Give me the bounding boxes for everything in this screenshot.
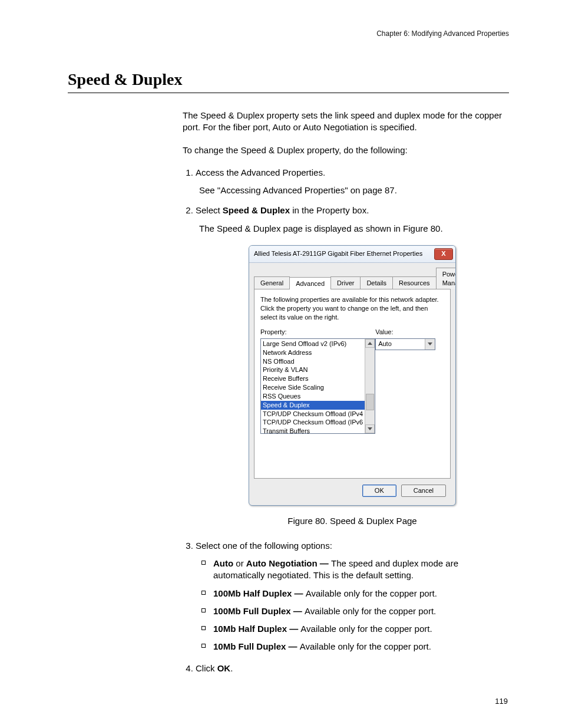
opt-100f-rest: Available only for the copper port. [305, 606, 436, 616]
step-3-text: Select one of the following options: [196, 541, 332, 551]
properties-dialog: Allied Telesis AT-2911GP Gigabit Fiber E… [249, 245, 456, 506]
step-4-bold: OK [217, 663, 231, 673]
page-number: 119 [495, 697, 508, 706]
option-auto: Auto or Auto Negotiation — The speed and… [213, 558, 509, 582]
options-list: Auto or Auto Negotiation — The speed and… [201, 558, 509, 653]
property-column: Property: Large Send Offload v2 (IPv6) N… [260, 328, 375, 434]
scroll-up-button[interactable] [365, 339, 375, 348]
intro-p1: The Speed & Duplex property sets the lin… [183, 110, 509, 134]
step-4: Click OK. [196, 663, 509, 674]
step-1-body: See "Accessing Advanced Properties" on p… [199, 185, 509, 196]
opt-10f-rest: Available only for the copper port. [300, 641, 431, 651]
tab-advanced[interactable]: Advanced [289, 277, 331, 290]
step-2-post: in the Property box. [290, 205, 369, 215]
opt-auto-mid: or [233, 558, 246, 568]
value-label: Value: [375, 328, 393, 337]
step-1-text: Access the Advanced Properties. [196, 167, 325, 177]
step-4-pre: Click [196, 663, 217, 673]
title-rule [68, 93, 509, 93]
step-2-pre: Select [196, 205, 223, 215]
opt-auto-b1: Auto [213, 558, 233, 568]
opt-100f-b: 100Mb Full Duplex — [213, 606, 305, 616]
page: Chapter 6: Modifying Advanced Properties… [0, 0, 562, 728]
list-item[interactable]: TCP/UDP Checksum Offload (IPv4 [261, 410, 365, 419]
list-item[interactable]: Priority & VLAN [261, 365, 365, 374]
tab-driver[interactable]: Driver [330, 276, 361, 289]
list-item[interactable]: Transmit Buffers [261, 427, 365, 434]
advanced-tab-panel: The following properties are available f… [254, 289, 451, 479]
intro-p2: To change the Speed & Duplex property, d… [183, 144, 509, 156]
step-1: Access the Advanced Properties. See "Acc… [196, 167, 509, 197]
running-header: Chapter 6: Modifying Advanced Properties [68, 29, 509, 38]
scroll-thumb[interactable] [366, 394, 374, 410]
property-listbox-items: Large Send Offload v2 (IPv6) Network Add… [261, 339, 365, 433]
opt-10h-rest: Available only for the copper port. [300, 624, 432, 634]
property-label: Property: [260, 328, 375, 337]
step-2-bold: Speed & Duplex [223, 205, 290, 215]
property-row: Property: Large Send Offload v2 (IPv6) N… [260, 328, 444, 434]
panel-description: The following properties are available f… [260, 295, 444, 322]
list-item[interactable]: Large Send Offload v2 (IPv6) [261, 340, 365, 348]
step-2-body: The Speed & Duplex page is displayed as … [199, 223, 509, 235]
list-item[interactable]: Receive Side Scaling [261, 383, 365, 392]
option-10-half: 10Mb Half Duplex — Available only for th… [213, 623, 509, 635]
scroll-down-button[interactable] [365, 424, 375, 433]
chevron-down-icon [368, 427, 372, 430]
dialog-titlebar: Allied Telesis AT-2911GP Gigabit Fiber E… [249, 246, 455, 263]
option-100-half: 100Mb Half Duplex — Available only for t… [213, 588, 509, 599]
tab-resources[interactable]: Resources [392, 276, 437, 289]
scroll-track[interactable] [365, 348, 375, 424]
opt-10f-b: 10Mb Full Duplex — [213, 641, 300, 651]
property-listbox[interactable]: Large Send Offload v2 (IPv6) Network Add… [260, 338, 375, 434]
list-item[interactable]: RSS Queues [261, 392, 365, 401]
value-combobox[interactable]: Auto [375, 338, 435, 350]
option-100-full: 100Mb Full Duplex — Available only for t… [213, 605, 509, 617]
opt-100h-b: 100Mb Half Duplex — [213, 588, 306, 598]
list-item[interactable]: NS Offload [261, 357, 365, 366]
tab-details[interactable]: Details [360, 276, 393, 289]
list-item[interactable]: Receive Buffers [261, 374, 365, 383]
step-2: Select Speed & Duplex in the Property bo… [196, 205, 509, 527]
value-selected: Auto [376, 340, 425, 348]
dialog-buttons: OK Cancel [254, 485, 451, 499]
dialog-client: General Advanced Driver Details Resource… [249, 263, 455, 506]
list-item[interactable]: Network Address [261, 348, 365, 357]
opt-10h-b: 10Mb Half Duplex — [213, 624, 300, 634]
ok-button[interactable]: OK [362, 485, 396, 497]
figure-caption: Figure 80. Speed & Duplex Page [196, 515, 509, 527]
close-button[interactable]: X [434, 248, 453, 260]
step-4-post: . [230, 663, 233, 673]
list-item[interactable]: TCP/UDP Checksum Offload (IPv6 [261, 418, 365, 427]
list-item-selected[interactable]: Speed & Duplex [261, 401, 365, 410]
value-column: Value: Auto [375, 328, 444, 434]
steps-list: Access the Advanced Properties. See "Acc… [183, 167, 509, 674]
chevron-down-icon [428, 342, 432, 345]
step-3: Select one of the following options: Aut… [196, 540, 509, 653]
combo-dropdown-button[interactable] [425, 339, 435, 350]
dialog-title: Allied Telesis AT-2911GP Gigabit Fiber E… [254, 249, 422, 258]
opt-auto-b2: Auto Negotiation — [246, 558, 331, 568]
tab-general[interactable]: General [254, 276, 290, 289]
tab-power-management[interactable]: Power Management [436, 268, 456, 289]
figure-80: Allied Telesis AT-2911GP Gigabit Fiber E… [196, 245, 509, 527]
cancel-button[interactable]: Cancel [401, 485, 446, 497]
chevron-up-icon [368, 342, 372, 345]
body-column: The Speed & Duplex property sets the lin… [183, 110, 509, 674]
listbox-scrollbar[interactable] [365, 339, 375, 433]
option-10-full: 10Mb Full Duplex — Available only for th… [213, 641, 509, 653]
opt-100h-rest: Available only for the copper port. [306, 588, 437, 598]
tabstrip: General Advanced Driver Details Resource… [254, 268, 451, 290]
close-icon: X [441, 249, 445, 258]
section-title: Speed & Duplex [68, 70, 509, 89]
